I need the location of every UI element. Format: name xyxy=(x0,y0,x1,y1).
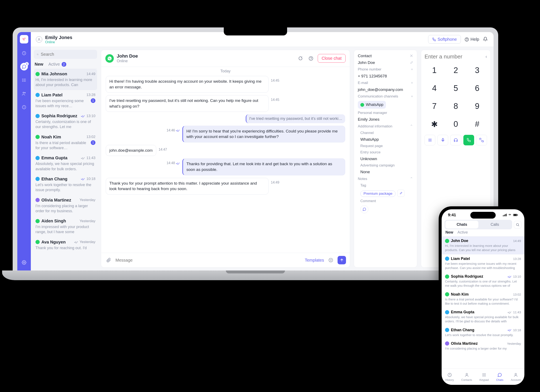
phone-chat-item[interactable]: Ethan Chang10:18Let's work together to r… xyxy=(442,326,524,339)
wa-dot-icon xyxy=(35,219,40,223)
nav-chats-icon[interactable]: 1 xyxy=(20,63,28,70)
pu-dot-icon xyxy=(35,198,40,202)
user-name: Emily Jones xyxy=(45,35,72,40)
keypad-key[interactable]: 4 xyxy=(425,81,444,95)
nav-contacts-icon[interactable] xyxy=(20,90,28,98)
phone-chat-item[interactable]: Olivia MartinezYesterdayI'm considering … xyxy=(442,339,524,353)
notifications-icon[interactable] xyxy=(483,37,489,42)
entry-label: Entry source xyxy=(358,150,413,154)
contact-close-icon[interactable]: ✕ xyxy=(410,53,413,58)
dialer-collapse-icon[interactable]: ‹ xyxy=(485,54,487,60)
chat-item[interactable]: Sophia Rodriguez13:10Certainly, customiz… xyxy=(34,111,97,132)
tab-new[interactable]: New xyxy=(35,62,43,67)
help-button[interactable]: Help xyxy=(465,37,479,42)
phone-search-icon[interactable] xyxy=(514,221,521,228)
search-field[interactable] xyxy=(41,52,94,57)
app-root: 1 Emily Jones Online xyxy=(17,32,494,270)
phone-chat-item[interactable]: Liam Patel13:28I've been experiencing so… xyxy=(442,254,524,272)
chat-item-time: 11:43 xyxy=(86,156,95,160)
dialpad-icon[interactable] xyxy=(425,135,435,145)
add-comment-icon[interactable] xyxy=(360,205,368,213)
keypad-key[interactable]: 1 xyxy=(425,63,444,77)
chat-item[interactable]: Mia Johnson14:49Hi, I'm interested in le… xyxy=(34,69,97,90)
phone-tab-new[interactable]: New xyxy=(445,230,453,235)
message-text: I've tried resetting my password, but it… xyxy=(109,98,258,109)
tag-chip[interactable]: Premium package xyxy=(360,190,396,197)
seg-chats[interactable]: Chats xyxy=(445,221,478,228)
laptop-screen: 1 Emily Jones Online xyxy=(17,32,494,270)
nav-account[interactable]: Account xyxy=(511,372,520,382)
nav-phone-chats[interactable]: Chats xyxy=(496,372,503,382)
add-phone-icon[interactable]: + xyxy=(411,67,413,72)
emoji-icon[interactable] xyxy=(327,256,335,264)
softphone-button[interactable]: Softphone xyxy=(428,35,461,44)
svg-point-9 xyxy=(22,81,23,82)
send-button[interactable] xyxy=(338,256,346,264)
call-button[interactable] xyxy=(463,135,474,145)
chat-item[interactable]: Ava NguyenYesterdayThank you for reachin… xyxy=(34,237,97,253)
chat-item[interactable]: Aiden SinghYesterdayI'm impressed with y… xyxy=(34,216,97,237)
add-channel-icon[interactable]: + xyxy=(411,94,413,99)
search-input[interactable] xyxy=(34,50,97,59)
phone-chat-item[interactable]: John Doe14:49Hi, I'm interested in learn… xyxy=(442,237,524,254)
chat-item-time: 13:28 xyxy=(86,93,95,97)
phone-tab-active[interactable]: Active xyxy=(457,230,468,235)
phone-chat-item[interactable]: Sophia Rodriguez13:10Certainly, customiz… xyxy=(442,272,524,290)
collapse-icon[interactable]: ⌃ xyxy=(410,124,413,129)
help-label: Help xyxy=(470,37,479,42)
nav-settings-icon[interactable] xyxy=(20,259,28,266)
keypad-key[interactable]: 9 xyxy=(467,99,487,113)
close-chat-button[interactable]: Close chat xyxy=(318,54,346,63)
phone-chat-item[interactable]: Noah Kim13:02Is there a trial period ava… xyxy=(442,290,524,308)
chat-item[interactable]: Olivia MartinezYesterdayI'm considering … xyxy=(34,195,97,216)
transfer-chat-icon[interactable] xyxy=(297,55,304,62)
hangup-icon[interactable] xyxy=(476,135,487,145)
email-label: E-mail xyxy=(358,81,368,85)
read-check-icon xyxy=(81,157,85,159)
keypad-key[interactable]: 8 xyxy=(446,99,465,113)
templates-button[interactable]: Templates xyxy=(305,258,324,263)
chat-item-name: Noah Kim xyxy=(41,135,85,139)
nav-clock-icon[interactable] xyxy=(20,49,28,57)
keypad-key[interactable]: 6 xyxy=(467,81,487,95)
whatsapp-dot-icon xyxy=(360,103,364,107)
current-user[interactable]: Emily Jones Online xyxy=(36,35,72,44)
nav-history-icon[interactable] xyxy=(20,103,28,111)
nav-list-icon[interactable] xyxy=(20,76,28,84)
add-email-icon[interactable]: + xyxy=(411,81,413,85)
dialer-input[interactable] xyxy=(425,53,475,60)
phone-chat-item[interactable]: Emma Gupta11:43Absolutely, we have speci… xyxy=(442,308,524,326)
svg-rect-32 xyxy=(442,139,443,140)
chat-item[interactable]: Ethan Chang10:18Let's work together to r… xyxy=(34,174,97,195)
message-input[interactable] xyxy=(115,258,302,263)
keypad-key[interactable]: 5 xyxy=(446,81,465,95)
nav-keypad[interactable]: Keypad xyxy=(480,372,489,382)
tag-edit-icon[interactable] xyxy=(397,190,405,197)
nav-history[interactable]: History xyxy=(445,372,454,382)
chat-item[interactable]: Noah Kim13:02Is there a trial period ava… xyxy=(34,132,97,153)
contact-edit-icon[interactable] xyxy=(410,61,413,64)
tab-active[interactable]: Active2 xyxy=(48,62,66,67)
mic-icon[interactable] xyxy=(437,135,448,145)
headset-icon[interactable] xyxy=(450,135,461,145)
nav-contacts[interactable]: Contacts xyxy=(461,372,472,382)
phone-item-time: 13:02 xyxy=(513,293,521,296)
keypad-key[interactable]: 7 xyxy=(425,99,444,113)
attach-icon[interactable] xyxy=(105,256,113,264)
seg-calls[interactable]: Calls xyxy=(478,221,511,228)
keypad-key[interactable]: 2 xyxy=(446,63,465,77)
chat-item[interactable]: Liam Patel13:28I've been experiencing so… xyxy=(34,90,97,111)
phone-item-time: 14:49 xyxy=(513,239,521,243)
keypad-key[interactable]: ✱ xyxy=(425,117,444,131)
svg-point-48 xyxy=(484,374,485,375)
conv-help-icon[interactable] xyxy=(307,55,315,62)
notes-collapse-icon[interactable]: ⌃ xyxy=(410,176,413,181)
chat-item[interactable]: Emma Gupta11:43Absolutely, we have speci… xyxy=(34,153,97,174)
keypad-key[interactable]: # xyxy=(467,117,487,131)
keypad-key[interactable]: 3 xyxy=(467,63,487,77)
email-value: john_doe@company.com xyxy=(358,87,413,92)
phone-item-preview: Certainly, customization is one of our s… xyxy=(445,279,521,288)
app-logo[interactable] xyxy=(20,35,28,44)
keypad-key[interactable]: 0 xyxy=(446,117,465,131)
channel-chip[interactable]: WhatsApp xyxy=(358,101,386,109)
